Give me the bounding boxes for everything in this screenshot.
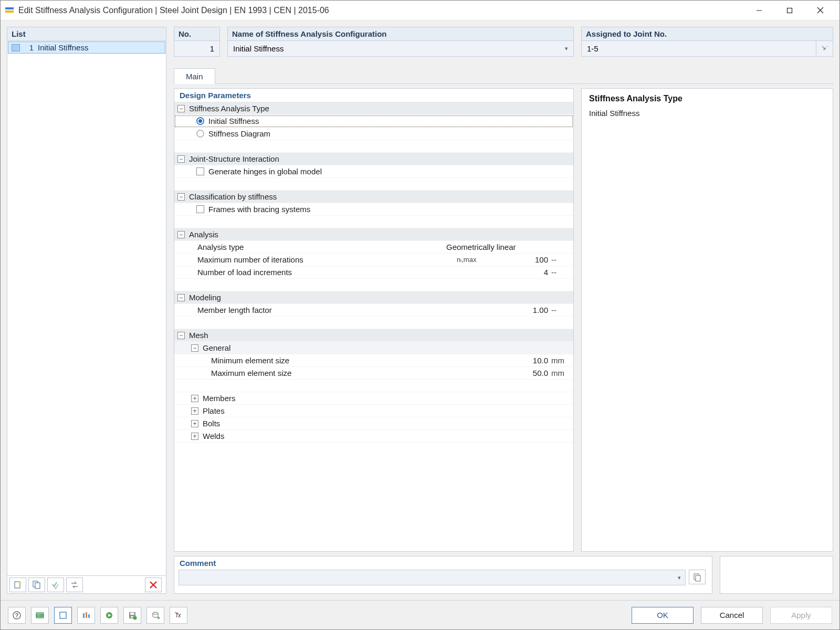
spacer-row xyxy=(174,380,573,392)
row-max-iterations[interactable]: Maximum number of iterations nᵢ,max 100 … xyxy=(174,254,573,266)
expand-icon[interactable]: + xyxy=(191,420,198,427)
group-analysis[interactable]: − Analysis xyxy=(174,228,573,241)
svg-point-28 xyxy=(133,616,137,620)
group-joint-interaction[interactable]: − Joint-Structure Interaction xyxy=(174,153,573,165)
svg-rect-19 xyxy=(60,612,66,618)
collapse-icon[interactable]: − xyxy=(177,332,185,339)
collapse-icon[interactable]: − xyxy=(191,344,198,352)
svg-point-29 xyxy=(153,612,158,614)
help-button[interactable]: ? xyxy=(8,607,26,624)
apply-button[interactable]: Apply xyxy=(770,607,832,624)
spacer-row xyxy=(174,178,573,191)
svg-rect-21 xyxy=(86,612,87,618)
chevron-down-icon: ▾ xyxy=(565,45,568,52)
group-stiffness-type[interactable]: − Stiffness Analysis Type xyxy=(174,102,573,115)
radio-initial-stiffness[interactable]: Initial Stiffness xyxy=(174,115,573,128)
minimize-button[interactable] xyxy=(744,1,774,20)
sidebar-list[interactable]: 1 Initial Stiffness xyxy=(7,41,166,576)
svg-rect-9 xyxy=(35,583,40,589)
radio-icon[interactable] xyxy=(196,117,204,125)
row-analysis-type[interactable]: Analysis type Geometrically linear xyxy=(174,241,573,254)
pick-joint-button[interactable] xyxy=(816,41,833,57)
parameter-tree[interactable]: − Stiffness Analysis Type Initial Stiffn… xyxy=(174,102,573,551)
radio-stiffness-diagram[interactable]: Stiffness Diagram xyxy=(174,128,573,140)
row-load-increments[interactable]: Number of load increments 4 -- xyxy=(174,266,573,279)
expand-icon[interactable]: + xyxy=(191,407,198,415)
app-icon xyxy=(5,6,14,15)
no-field: No. 1 xyxy=(174,27,220,61)
group-mesh-bolts[interactable]: + Bolts xyxy=(174,417,573,430)
function-button[interactable]: fx xyxy=(170,607,187,624)
collapse-icon[interactable]: − xyxy=(177,105,185,112)
group-mesh-plates[interactable]: + Plates xyxy=(174,405,573,417)
sidebar-toolbar xyxy=(7,576,166,594)
collapse-icon[interactable]: − xyxy=(177,155,185,163)
expand-icon[interactable]: + xyxy=(191,395,198,402)
spacer-row xyxy=(174,317,573,329)
expand-icon[interactable]: + xyxy=(191,433,198,440)
svg-text:?: ? xyxy=(15,612,19,618)
tabs: Main xyxy=(174,68,833,84)
sidebar-item-1[interactable]: 1 Initial Stiffness xyxy=(8,41,165,54)
info-panel: Stiffness Analysis Type Initial Stiffnes… xyxy=(581,88,833,552)
collapse-icon[interactable]: − xyxy=(177,193,185,201)
row-min-element-size[interactable]: Minimum element size 10.0 mm xyxy=(174,354,573,367)
svg-line-12 xyxy=(827,46,828,47)
checkbox-icon[interactable] xyxy=(196,205,204,213)
titlebar: Edit Stiffness Analysis Configuration | … xyxy=(1,1,839,20)
check-button[interactable] xyxy=(47,578,64,592)
joint-input[interactable]: 1-5 xyxy=(581,41,816,57)
no-input[interactable]: 1 xyxy=(174,41,220,57)
default-button[interactable] xyxy=(77,607,95,624)
view-button[interactable] xyxy=(54,607,72,624)
new-button[interactable] xyxy=(9,578,26,592)
joint-label: Assigned to Joint No. xyxy=(581,27,833,41)
group-classification[interactable]: − Classification by stiffness xyxy=(174,191,573,203)
collapse-icon[interactable]: − xyxy=(177,294,185,301)
svg-marker-7 xyxy=(19,581,22,583)
row-member-length-factor[interactable]: Member length factor 1.00 -- xyxy=(174,304,573,317)
save-button[interactable] xyxy=(123,607,141,624)
copy-button[interactable] xyxy=(28,578,45,592)
export-button[interactable] xyxy=(146,607,164,624)
check-generate-hinges[interactable]: Generate hinges in global model xyxy=(174,165,573,178)
svg-rect-22 xyxy=(88,614,90,618)
sidebar-item-num: 1 xyxy=(23,43,34,52)
parameters-panel: Design Parameters − Stiffness Analysis T… xyxy=(174,88,574,552)
spacer-row xyxy=(174,279,573,291)
maximize-button[interactable] xyxy=(774,1,805,20)
calculate-button[interactable] xyxy=(100,607,118,624)
check-frames-bracing[interactable]: Frames with bracing systems xyxy=(174,203,573,216)
row-max-element-size[interactable]: Maximum element size 50.0 mm xyxy=(174,367,573,380)
tab-main[interactable]: Main xyxy=(174,68,215,84)
comment-library-button[interactable] xyxy=(689,570,706,584)
svg-rect-3 xyxy=(788,8,792,13)
group-mesh-welds[interactable]: + Welds xyxy=(174,430,573,443)
swap-button[interactable] xyxy=(66,578,83,592)
no-label: No. xyxy=(174,27,220,41)
ok-button[interactable]: OK xyxy=(632,607,694,624)
bottom-bar: ? 0,00 fx OK Cancel Apply xyxy=(1,600,839,629)
info-title: Stiffness Analysis Type xyxy=(589,94,825,103)
group-mesh-members[interactable]: + Members xyxy=(174,392,573,405)
group-modeling[interactable]: − Modeling xyxy=(174,291,573,304)
radio-icon[interactable] xyxy=(196,130,204,138)
name-value: Initial Stiffness xyxy=(233,44,565,53)
name-combo[interactable]: Initial Stiffness ▾ xyxy=(227,41,574,57)
comment-combo[interactable]: ▾ xyxy=(178,570,686,585)
cancel-button[interactable]: Cancel xyxy=(701,607,763,624)
checkbox-icon[interactable] xyxy=(196,167,204,175)
group-mesh-general[interactable]: − General xyxy=(174,342,573,354)
spacer-row xyxy=(174,140,573,153)
comment-box: Comment ▾ xyxy=(174,556,712,594)
svg-text:0,00: 0,00 xyxy=(36,613,44,618)
delete-button[interactable] xyxy=(145,578,162,592)
close-button[interactable] xyxy=(805,1,835,20)
svg-rect-1 xyxy=(5,10,14,13)
collapse-icon[interactable]: − xyxy=(177,231,185,238)
section-header: Design Parameters xyxy=(174,89,573,102)
units-button[interactable]: 0,00 xyxy=(31,607,49,624)
name-label: Name of Stiffness Analysis Configuration xyxy=(227,27,574,41)
group-mesh[interactable]: − Mesh xyxy=(174,329,573,342)
joint-field: Assigned to Joint No. 1-5 xyxy=(581,27,833,61)
